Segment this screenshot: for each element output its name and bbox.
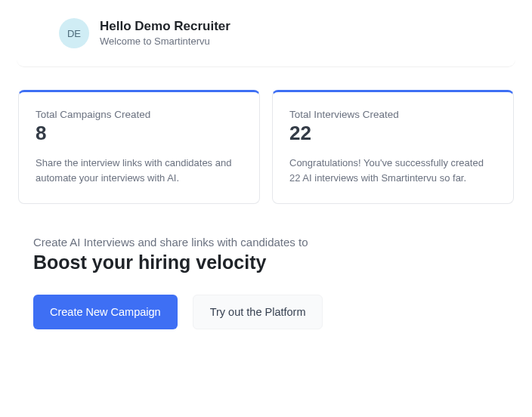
header-subtitle: Welcome to Smartintervu <box>100 35 230 48</box>
stat-label: Total Campaigns Created <box>36 109 243 120</box>
header-texts: Hello Demo Recruiter Welcome to Smartint… <box>100 18 230 48</box>
header-title: Hello Demo Recruiter <box>100 18 230 35</box>
header: DE Hello Demo Recruiter Welcome to Smart… <box>17 0 515 67</box>
stat-label: Total Interviews Created <box>289 109 496 120</box>
cta-pretitle: Create AI Interviews and share links wit… <box>33 236 499 249</box>
stat-value: 8 <box>36 122 243 145</box>
stat-card-interviews: Total Interviews Created 22 Congratulati… <box>272 90 514 204</box>
create-campaign-button[interactable]: Create New Campaign <box>33 295 178 329</box>
stat-description: Share the interview links with candidate… <box>36 156 243 185</box>
cta-section: Create AI Interviews and share links wit… <box>0 204 532 329</box>
stat-card-campaigns: Total Campaigns Created 8 Share the inte… <box>18 90 260 204</box>
cta-buttons: Create New Campaign Try out the Platform <box>33 295 499 329</box>
avatar: DE <box>59 18 89 48</box>
stats-row: Total Campaigns Created 8 Share the inte… <box>0 67 532 204</box>
stat-description: Congratulations! You've successfully cre… <box>289 156 496 185</box>
cta-title: Boost your hiring velocity <box>33 252 499 273</box>
avatar-initials: DE <box>67 28 81 39</box>
stat-value: 22 <box>289 122 496 145</box>
try-platform-button[interactable]: Try out the Platform <box>193 295 323 329</box>
